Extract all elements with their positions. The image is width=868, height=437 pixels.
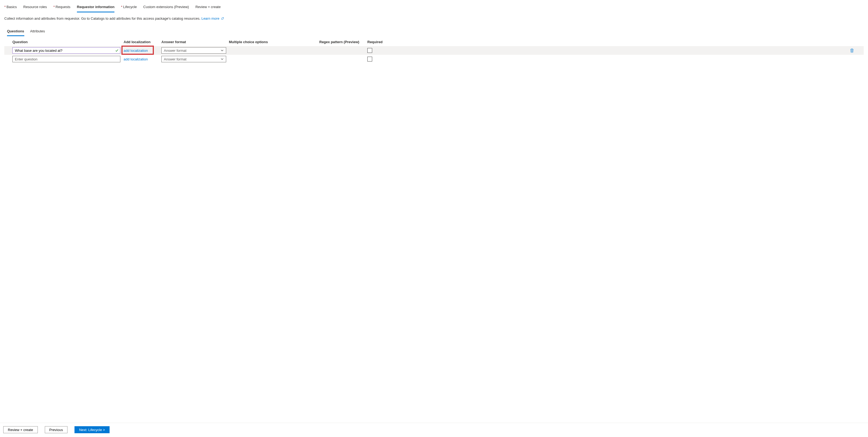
col-add-localization: Add localization [124,40,161,44]
required-asterisk: * [4,5,6,9]
learn-more-label: Learn more [202,16,219,21]
tab-custom-extensions[interactable]: Custom extensions (Preview) [143,4,189,12]
tab-label: Resource roles [23,5,47,9]
learn-more-link[interactable]: Learn more [202,16,224,21]
chevron-down-icon [220,58,224,61]
answer-format-select-wrap: Answer format [161,56,226,62]
tab-basics[interactable]: * Basics [4,4,17,12]
subtabs: Questions Attributes [4,28,864,36]
tab-review-create[interactable]: Review + create [195,4,221,12]
col-regex: Regex pattern (Preview) [319,40,367,44]
question-row: add localization Answer format [4,55,864,63]
answer-format-select[interactable]: Answer format [161,47,226,54]
tab-label: Requestor information [77,5,115,9]
subtab-questions[interactable]: Questions [7,28,24,36]
question-row: add localization Answer format [4,46,864,55]
tab-label: Custom extensions (Preview) [143,5,189,9]
add-localization-label: add localization [124,57,148,61]
description-text: Collect information and attributes from … [4,16,200,21]
tab-label: Lifecycle [123,5,137,9]
add-localization-link[interactable]: add localization [124,48,148,53]
add-localization-cell: add localization [124,47,161,54]
subtab-label: Questions [7,29,24,33]
main-tabs: * Basics Resource roles * Requests Reque… [4,4,864,12]
tab-resource-roles[interactable]: Resource roles [23,4,47,12]
answer-format-select[interactable]: Answer format [161,56,226,62]
col-multiple-choice: Multiple choice options [229,40,319,44]
tab-requestor-information[interactable]: Requestor information [77,4,115,12]
chevron-down-icon [220,49,224,52]
subtab-label: Attributes [30,29,45,33]
question-input[interactable] [12,47,120,54]
add-localization-cell: add localization [124,56,161,62]
required-checkbox[interactable] [367,48,372,53]
tab-label: Requests [56,5,70,9]
add-localization-link[interactable]: add localization [124,57,148,61]
required-cell [367,48,400,53]
tab-requests[interactable]: * Requests [54,4,70,12]
external-link-icon [221,17,224,20]
col-answer-format: Answer format [161,40,229,44]
required-asterisk: * [121,5,122,9]
tab-label: Basics [6,5,17,9]
question-input[interactable] [12,56,120,62]
answer-format-placeholder: Answer format [164,57,186,61]
question-input-wrap [12,47,120,54]
tab-lifecycle[interactable]: * Lifecycle [121,4,137,12]
delete-row-button[interactable] [850,48,854,53]
subtab-attributes[interactable]: Attributes [30,28,45,36]
add-localization-label: add localization [124,48,148,53]
required-asterisk: * [54,5,55,9]
answer-format-placeholder: Answer format [164,48,186,53]
answer-format-select-wrap: Answer format [161,47,226,54]
col-question: Question [12,40,124,44]
required-checkbox[interactable] [367,57,372,62]
question-input-wrap [12,56,120,62]
page-description: Collect information and attributes from … [4,16,864,21]
required-cell [367,57,400,62]
tab-label: Review + create [195,5,221,9]
col-required: Required [367,40,400,44]
questions-grid-header: Question Add localization Answer format … [4,36,864,46]
